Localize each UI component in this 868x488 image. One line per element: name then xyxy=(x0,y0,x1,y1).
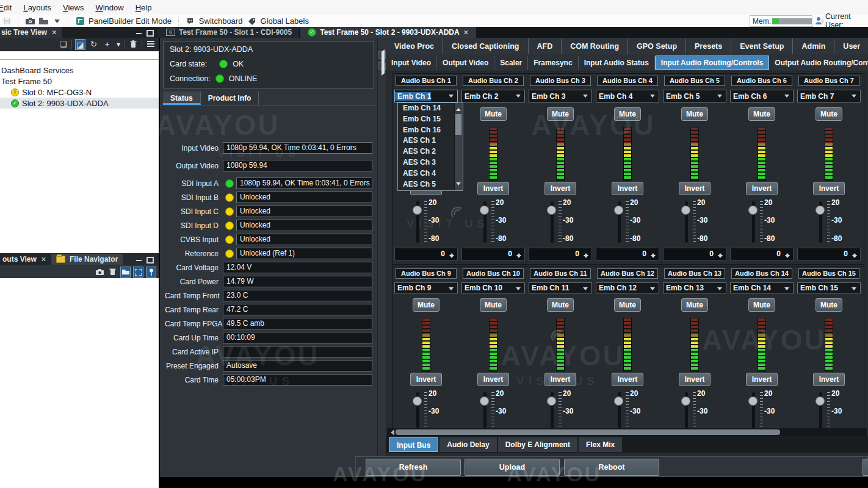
close-icon[interactable]: ✕ xyxy=(41,254,46,265)
tab-basic-tree-view[interactable]: sic Tree View ✕ xyxy=(0,27,62,38)
menu-edit[interactable]: Edit xyxy=(0,2,18,13)
close-icon[interactable]: ✕ xyxy=(51,27,57,38)
dropdown-option-aes-ch-2[interactable]: AES Ch 2 xyxy=(398,146,463,157)
gain-spinner[interactable]: 0 xyxy=(730,248,794,260)
caret-down-icon[interactable] xyxy=(650,287,655,293)
partial-button[interactable] xyxy=(863,459,868,476)
tab-scaler[interactable]: Scaler xyxy=(494,56,528,70)
source-select[interactable]: Emb Ch 7 xyxy=(797,90,861,102)
switchboard-label[interactable]: Switchboard xyxy=(199,16,243,26)
upload-button[interactable]: Upload xyxy=(465,459,560,476)
slider-handle[interactable] xyxy=(748,396,758,406)
caret-down-icon[interactable] xyxy=(51,16,62,26)
tab-status[interactable]: Status xyxy=(163,92,201,105)
open-folder-icon[interactable] xyxy=(38,16,49,26)
source-select[interactable]: Emb Ch 2 xyxy=(461,90,525,102)
spin-down-icon[interactable] xyxy=(785,255,790,260)
mute-button[interactable]: Mute xyxy=(816,107,842,121)
scroll-down-icon[interactable] xyxy=(456,182,461,188)
menu-window[interactable]: Window xyxy=(94,2,130,13)
camera-icon[interactable] xyxy=(95,267,105,278)
tab-closed-captioning[interactable]: Closed Captioning xyxy=(443,38,528,54)
mute-button[interactable]: Mute xyxy=(816,298,842,312)
scrollbar-thumb[interactable] xyxy=(455,114,461,135)
tree-item-test-frame-50[interactable]: Test Frame 50 xyxy=(0,76,159,87)
gain-slider[interactable]: 20-30-80 xyxy=(608,200,647,244)
tab-output-audio-routing-controls[interactable]: Output Audio Routing/Controls xyxy=(769,56,868,70)
tree-item-slot-2-9903-udx-adda[interactable]: ✓Slot 2: 9903-UDX-ADDA xyxy=(0,98,159,109)
tab-input-video[interactable]: Input Video xyxy=(386,56,437,70)
tab-flex-mix[interactable]: Flex Mix xyxy=(579,437,622,452)
tab-audio-delay[interactable]: Audio Delay xyxy=(439,437,496,452)
slider-handle[interactable] xyxy=(413,206,422,215)
caret-down-icon[interactable] xyxy=(650,95,655,100)
slider-handle[interactable] xyxy=(816,396,825,406)
menu-views[interactable]: Views xyxy=(62,2,90,13)
expand-icon[interactable] xyxy=(133,267,143,278)
tab-layouts-view[interactable]: outs View ✕ xyxy=(0,254,51,265)
caret-down-icon[interactable] xyxy=(852,95,856,100)
caret-down-icon[interactable]: ▾ xyxy=(115,39,121,50)
invert-button[interactable]: Invert xyxy=(679,373,711,386)
source-select[interactable]: Emb Ch 6 xyxy=(730,90,794,102)
gain-spinner[interactable]: 0 xyxy=(596,248,659,260)
spin-down-icon[interactable] xyxy=(651,255,656,260)
scroll-left-button[interactable] xyxy=(378,51,386,59)
slider-handle[interactable] xyxy=(681,396,690,406)
spin-down-icon[interactable] xyxy=(852,255,857,260)
dropdown-option-aes-ch-3[interactable]: AES Ch 3 xyxy=(398,157,463,168)
mute-button[interactable]: Mute xyxy=(614,298,641,312)
mute-button[interactable]: Mute xyxy=(413,298,439,312)
tab-input-bus[interactable]: Input Bus xyxy=(389,437,438,452)
dropdown-option-aes-ch-1[interactable]: AES Ch 1 xyxy=(398,135,463,146)
source-select[interactable]: Emb Ch 14 xyxy=(730,282,794,293)
gain-slider[interactable]: 20-30-80 xyxy=(742,200,781,244)
editor-tab-test-frame-50-slot-1-cdi-9005[interactable]: GTest Frame 50 - Slot 1 - CDI-9005 xyxy=(159,27,299,38)
slider-handle[interactable] xyxy=(480,206,489,215)
spin-down-icon[interactable] xyxy=(516,255,521,260)
source-select[interactable]: Emb Ch 10 xyxy=(461,282,525,293)
source-select[interactable]: Emb Ch 13 xyxy=(663,282,726,293)
tree-item-dashboard-services[interactable]: DashBoard Services xyxy=(0,65,159,76)
reboot-button[interactable]: Reboot xyxy=(564,459,659,476)
gain-spinner[interactable]: 0 xyxy=(394,248,458,260)
gain-slider[interactable]: 20-30-80 xyxy=(541,200,580,244)
spin-down-icon[interactable] xyxy=(449,255,454,260)
menu-layouts[interactable]: Layouts xyxy=(22,2,58,13)
global-labels-label[interactable]: Global Labels xyxy=(260,16,309,26)
caret-down-icon[interactable] xyxy=(516,287,521,293)
mute-button[interactable]: Mute xyxy=(748,298,775,312)
folder-view-icon[interactable] xyxy=(120,267,131,278)
new-panel-icon[interactable]: ❏ xyxy=(58,39,68,50)
dropdown-option-emb-ch-15[interactable]: Emb Ch 15 xyxy=(398,114,463,125)
dropdown-option-emb-ch-16[interactable]: Emb Ch 16 xyxy=(398,125,463,136)
maximize-icon[interactable] xyxy=(146,30,154,37)
tab-input-audio-status[interactable]: Input Audio Status xyxy=(579,56,655,70)
tab-afd[interactable]: AFD xyxy=(529,38,562,54)
spin-down-icon[interactable] xyxy=(584,255,588,260)
mute-button[interactable]: Mute xyxy=(748,107,775,121)
slider-handle[interactable] xyxy=(681,206,690,215)
tab-admin[interactable]: Admin xyxy=(793,38,834,54)
caret-down-icon[interactable] xyxy=(784,95,789,100)
tab-product-info[interactable]: Product Info xyxy=(201,92,259,105)
gain-slider[interactable]: 20-30 xyxy=(608,391,647,428)
gain-spinner[interactable]: 0 xyxy=(461,248,525,260)
tab-input-audio-routing-controls[interactable]: Input Audio Routing/Controls xyxy=(655,56,770,70)
slider-handle[interactable] xyxy=(480,396,489,406)
tab-presets[interactable]: Presets xyxy=(686,38,731,54)
dropdown-option-aes-ch-5[interactable]: AES Ch 5 xyxy=(398,179,463,190)
horizontal-scrollbar[interactable] xyxy=(387,428,867,436)
scroll-right-button[interactable] xyxy=(378,62,386,70)
gain-slider[interactable]: 20-30-80 xyxy=(809,200,848,244)
trash-icon[interactable] xyxy=(107,267,118,278)
editor-tab-test-frame-50-slot-2-9903-udx-adda[interactable]: ✓Test Frame 50 - Slot 2 - 9903-UDX-ADDA✕ xyxy=(300,27,476,38)
tree-item-slot-0-mfc-og3-n[interactable]: !Slot 0: MFC-OG3-N xyxy=(0,87,159,98)
source-select[interactable]: Emb Ch 3 xyxy=(529,90,592,102)
caret-down-icon[interactable] xyxy=(516,95,521,100)
camera-icon[interactable] xyxy=(24,16,35,26)
source-select[interactable]: Emb Ch 1 xyxy=(394,90,458,102)
source-select[interactable]: Emb Ch 9 xyxy=(394,282,458,293)
save-icon[interactable] xyxy=(1,16,12,26)
refresh-icon[interactable]: ↻ xyxy=(89,39,99,50)
